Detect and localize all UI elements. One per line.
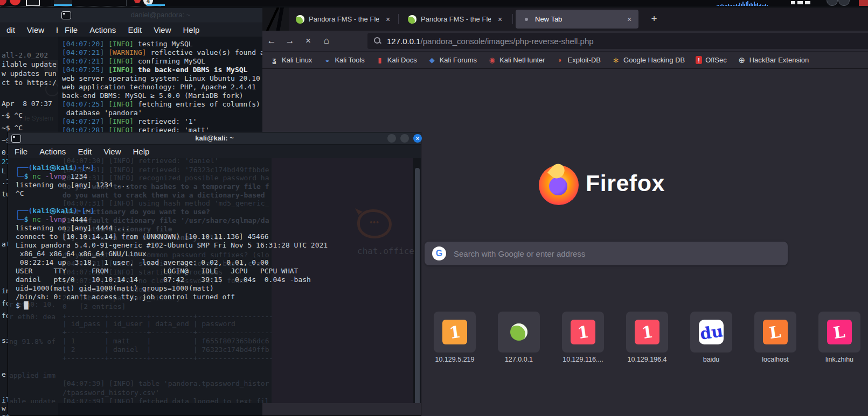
shortcut-label: 10.129.5.219: [425, 356, 484, 363]
menu-item-view[interactable]: View: [103, 147, 121, 156]
one-red-icon: 1: [571, 320, 595, 344]
panel-app-icon[interactable]: [0, 0, 6, 5]
firefox-logo-icon: [539, 165, 579, 205]
bookmark-kali-tools[interactable]: ◒Kali Tools: [323, 56, 364, 65]
text-segment: listening on [any] 1234 ...: [16, 181, 129, 189]
url-bar[interactable]: 127.0.0.1/pandora_console/images/php-rev…: [367, 33, 868, 49]
panel-browser-icon[interactable]: [10, 0, 20, 5]
tab-new-tab[interactable]: New Tab×: [516, 10, 638, 29]
tab-close-icon[interactable]: ×: [495, 15, 505, 24]
bookmark-exploit-db[interactable]: ◗Exploit-DB: [556, 56, 601, 65]
bookmark-hackbar[interactable]: ⊕HackBar Extension: [738, 56, 809, 65]
graph-bar: [747, 1, 748, 6]
scrollbar-thumb[interactable]: [415, 168, 420, 403]
text-segment: )-[: [73, 207, 86, 215]
panel-task-underline: [147, 4, 165, 6]
ghost-line: +---------+---------+----------+--------…: [63, 312, 272, 320]
shortcut-tile[interactable]: 1: [626, 312, 668, 352]
menu-item-file[interactable]: File: [65, 25, 78, 34]
dot-favicon-icon: [525, 18, 528, 21]
menu-item-view[interactable]: View: [27, 25, 44, 34]
tab-label: Pandora FMS - the Flexibl: [421, 15, 491, 23]
icon-glyph: 1: [448, 322, 462, 342]
text-segment: /bin/sh: 0: can't access tty; job contro…: [16, 293, 235, 301]
terminal-line: daniel pts/0 10.10.14.14 07:42 39:15 0.0…: [16, 276, 328, 284]
menu-item-help[interactable]: Help: [183, 25, 199, 34]
shortcut-tile[interactable]: 1: [562, 312, 604, 352]
terminal-scrollbar[interactable]: [413, 158, 421, 403]
shortcut-tile[interactable]: L: [818, 312, 860, 352]
panel-tray-icon[interactable]: [838, 0, 850, 6]
terminal-line: x86_64 x86_64 x86_64 GNU/Linux: [16, 250, 328, 258]
graph-bar: [725, 5, 726, 6]
home-button[interactable]: ⌂: [317, 36, 336, 46]
kali-forums-icon: ◆: [428, 56, 436, 65]
ghost-line: +---------+---------+----------+--------…: [63, 328, 272, 336]
menu-item-actions[interactable]: Actions: [39, 147, 66, 156]
bookmark-offsec[interactable]: !OffSec: [696, 56, 727, 64]
panel-terminal-icon[interactable]: [26, 0, 40, 6]
minimize-button[interactable]: [387, 134, 396, 143]
terminal-line: database 'pandora': [62, 109, 263, 117]
tab-pandora-fms-the-flexibl[interactable]: Pandora FMS - the Flexibl×: [289, 10, 397, 29]
shortcut-tile[interactable]: L: [754, 312, 796, 352]
letter-l-orange-icon: L: [763, 320, 788, 344]
stop-button[interactable]: ×: [299, 36, 317, 46]
panel-active-task[interactable]: [54, 0, 72, 4]
menu-item-help[interactable]: Help: [133, 147, 149, 156]
sqlmap-terminal-output: [04:07:20] [INFO] testing MySQL[04:07:21…: [58, 37, 263, 135]
new-tab-button[interactable]: +: [648, 13, 661, 25]
maximize-button[interactable]: [400, 134, 409, 143]
shortcut-label: baidu: [682, 356, 741, 363]
text-segment: daniel pts/0 10.10.14.14 07:42 39:15 0.0…: [16, 276, 311, 284]
menu-item-view[interactable]: View: [154, 25, 171, 34]
close-button[interactable]: ×: [413, 134, 422, 143]
menu-item-edit[interactable]: Edit: [78, 147, 92, 156]
menu-item-file[interactable]: File: [15, 147, 27, 156]
menu-item-actions[interactable]: Actions: [89, 25, 116, 34]
bookmark-kali-forums[interactable]: ◆Kali Forums: [428, 56, 477, 65]
bookmark-ghdb[interactable]: ∗Google Hacking DB: [612, 56, 685, 65]
exploit-db-icon: ◗: [556, 56, 565, 65]
graph-bar: [749, 4, 750, 6]
shortcut-tile[interactable]: 1: [434, 312, 476, 352]
bookmark-label: Exploit-DB: [568, 56, 601, 64]
tab-pandora-fms-the-flexibl[interactable]: Pandora FMS - the Flexibl×: [401, 10, 509, 29]
back-button[interactable]: ←: [262, 36, 281, 46]
kali-linux-icon: ʓ: [270, 56, 279, 65]
sqlmap-terminal-titlebar[interactable]: daniel@pandora: ~: [58, 8, 263, 23]
kali-terminal-content: [04:07:29] [INFO] retrieved: 'f655f80736…: [8, 158, 421, 403]
text-segment: 4444: [66, 215, 87, 223]
tab-close-icon[interactable]: ×: [383, 15, 393, 24]
search-input[interactable]: [453, 249, 788, 259]
terminal-line: [04:07:21] [INFO] confirming MySQL: [62, 57, 263, 66]
pandora-icon: [510, 323, 527, 341]
graph-bar: [726, 5, 727, 6]
panel-tray-icon[interactable]: [827, 0, 838, 6]
forward-button[interactable]: →: [281, 36, 299, 46]
bookmark-kali-nethunter[interactable]: ◉Kali NetHunter: [488, 56, 545, 65]
panel-notification-icon[interactable]: [134, 0, 141, 3]
terminal-line: └─$ nc -lvnp 4444: [16, 215, 328, 224]
kali-terminal-titlebar[interactable]: kali@kali: ~ ×: [8, 132, 421, 145]
ghost-line: [04:07:39] [INFO] table 'pandora.tpasswo…: [63, 379, 269, 387]
shortcut-tile[interactable]: [498, 312, 540, 352]
newtab-search-bar[interactable]: G: [425, 242, 788, 265]
graph-bar: [734, 5, 735, 6]
text-segment: [04:07:27]: [62, 117, 108, 125]
bookmark-kali-linux[interactable]: ʓKali Linux: [270, 56, 312, 65]
menu-item-edit[interactable]: Edit: [128, 25, 142, 34]
graph-bar: [746, 2, 747, 6]
kali-terminal-window: kali@kali: ~ × FileActionsEditViewHelp […: [8, 132, 421, 416]
tab-close-icon[interactable]: ×: [624, 15, 634, 24]
left-terminal-titlebar[interactable]: [0, 8, 58, 23]
terminal-line: ilable update: [2, 60, 57, 68]
shortcut-tile[interactable]: du: [690, 312, 732, 352]
ghost-line: able update: [9, 397, 55, 403]
terminal-line: ^C: [16, 189, 328, 198]
menu-item-dit[interactable]: dit: [6, 25, 15, 34]
terminal-line: [04:07:20] [INFO] testing MySQL: [62, 40, 263, 48]
text-segment: ┌──(: [16, 207, 32, 215]
text-segment: confirming MySQL: [138, 57, 205, 65]
bookmark-kali-docs[interactable]: ▮Kali Docs: [376, 56, 417, 65]
